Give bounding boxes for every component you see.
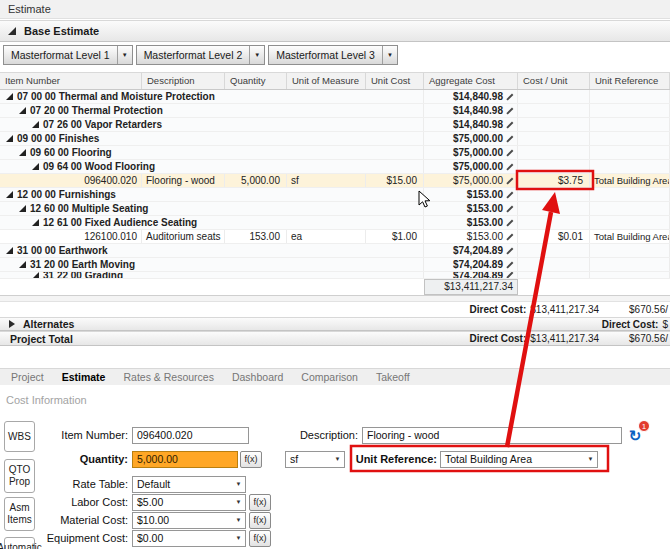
tab-dashboard[interactable]: Dashboard bbox=[223, 369, 292, 385]
group-label-cell: 12 61 00 Fixed Audience Seating bbox=[0, 216, 424, 229]
grid-group-row[interactable]: 12 60 00 Multiple Seating $153.00 bbox=[0, 202, 670, 216]
edit-icon[interactable] bbox=[505, 106, 515, 116]
edit-icon[interactable] bbox=[505, 190, 515, 200]
labor-cost-formula-button[interactable]: f(x) bbox=[249, 494, 271, 511]
edit-icon[interactable] bbox=[505, 204, 515, 214]
masterformat-level-2-label: Masterformat Level 2 bbox=[137, 46, 250, 64]
edit-icon[interactable] bbox=[505, 176, 515, 186]
labor-cost-select[interactable]: $5.00 ▼ bbox=[132, 494, 246, 511]
expander-icon[interactable] bbox=[32, 219, 39, 226]
expander-icon[interactable] bbox=[19, 149, 26, 156]
expander-icon[interactable] bbox=[19, 261, 26, 268]
dropdown-caret-icon[interactable]: ▼ bbox=[331, 452, 344, 467]
dropdown-caret-icon[interactable]: ▼ bbox=[232, 495, 245, 510]
dropdown-caret-icon[interactable]: ▼ bbox=[382, 46, 397, 64]
quantity-field[interactable]: 5,000.00 bbox=[132, 451, 238, 468]
qto-prop-button[interactable]: QTO Prop bbox=[4, 459, 35, 493]
edit-icon[interactable] bbox=[505, 218, 515, 228]
grid-group-row[interactable]: 31 00 00 Earthwork $74,204.89 bbox=[0, 244, 670, 258]
grid-group-row-clipped[interactable]: 31 22 00 Grading $74,204.89 bbox=[0, 272, 670, 279]
edit-icon[interactable] bbox=[505, 272, 515, 278]
dropdown-caret-icon[interactable]: ▼ bbox=[117, 46, 132, 64]
tab-comparison[interactable]: Comparison bbox=[292, 369, 367, 385]
expander-icon[interactable] bbox=[32, 121, 39, 128]
tab-estimate[interactable]: Estimate bbox=[53, 369, 115, 385]
grid-group-row[interactable]: 12 00 00 Furnishings $153.00 bbox=[0, 188, 670, 202]
dropdown-caret-icon[interactable]: ▼ bbox=[584, 452, 597, 467]
edit-icon[interactable] bbox=[505, 120, 515, 130]
equipment-cost-label: Equipment Cost: bbox=[36, 530, 128, 547]
grid-group-row[interactable]: 12 61 00 Fixed Audience Seating $153.00 bbox=[0, 216, 670, 230]
grid-group-row[interactable]: 07 26 00 Vapor Retarders $14,840.98 bbox=[0, 118, 670, 132]
item-number-field[interactable]: 096400.020 bbox=[132, 427, 249, 444]
expander-icon[interactable] bbox=[32, 163, 39, 170]
material-cost-formula-button[interactable]: f(x) bbox=[249, 512, 271, 529]
tab-takeoff[interactable]: Takeoff bbox=[367, 369, 419, 385]
wbs-button[interactable]: WBS bbox=[4, 421, 35, 452]
aggregate-cost-cell: $14,840.98 bbox=[424, 118, 518, 131]
col-header-unit-reference[interactable]: Unit Reference bbox=[590, 73, 670, 89]
grid-group-row[interactable]: 09 60 00 Flooring $75,000.00 bbox=[0, 146, 670, 160]
col-header-unit-cost[interactable]: Unit Cost bbox=[366, 73, 424, 89]
expander-icon[interactable] bbox=[6, 135, 13, 142]
dropdown-caret-icon[interactable]: ▼ bbox=[232, 477, 245, 492]
automatic-pricing-button[interactable]: Automatic Pricing bbox=[4, 537, 35, 549]
tab-rates-resources[interactable]: Rates & Resources bbox=[114, 369, 222, 385]
masterformat-level-1-button[interactable]: Masterformat Level 1 ▼ bbox=[3, 45, 133, 65]
expander-icon[interactable] bbox=[32, 272, 39, 278]
equipment-cost-formula-button[interactable]: f(x) bbox=[249, 530, 271, 547]
edit-icon[interactable] bbox=[505, 246, 515, 256]
pane-splitter[interactable] bbox=[0, 295, 670, 302]
edit-icon[interactable] bbox=[505, 232, 515, 242]
expander-icon[interactable] bbox=[19, 205, 26, 212]
cost-per-unit-cell bbox=[518, 118, 590, 131]
material-cost-select[interactable]: $10.00 ▼ bbox=[132, 512, 246, 529]
description-field[interactable]: Flooring - wood bbox=[362, 427, 622, 444]
dropdown-caret-icon[interactable]: ▼ bbox=[232, 513, 245, 528]
grid-group-row[interactable]: 09 00 00 Finishes $75,000.00 bbox=[0, 132, 670, 146]
col-header-cost-per-unit[interactable]: Cost / Unit bbox=[518, 73, 590, 89]
expander-icon[interactable] bbox=[6, 191, 13, 198]
equipment-cost-select[interactable]: $0.00 ▼ bbox=[132, 530, 246, 547]
grid-item-row-selected[interactable]: 096400.020 Flooring - wood 5,000.00 sf $… bbox=[0, 174, 670, 188]
tab-project[interactable]: Project bbox=[2, 369, 53, 385]
col-header-description[interactable]: Description bbox=[142, 73, 225, 89]
grid-group-row[interactable]: 07 00 00 Thermal and Moisture Protection… bbox=[0, 90, 670, 104]
asm-items-button[interactable]: Asm Items bbox=[4, 497, 35, 531]
edit-icon[interactable] bbox=[505, 260, 515, 270]
col-header-quantity[interactable]: Quantity bbox=[225, 73, 287, 89]
rate-table-select[interactable]: Default ▼ bbox=[132, 476, 246, 493]
quantity-formula-button[interactable]: f(x) bbox=[240, 451, 262, 468]
edit-icon[interactable] bbox=[505, 134, 515, 144]
expander-icon[interactable] bbox=[8, 27, 16, 35]
estimate-document-tab[interactable]: Estimate bbox=[0, 0, 670, 19]
grid-group-row[interactable]: 09 64 00 Wood Flooring $75,000.00 bbox=[0, 160, 670, 174]
unit-reference-select[interactable]: Total Building Area ▼ bbox=[440, 451, 598, 468]
dropdown-caret-icon[interactable]: ▼ bbox=[232, 531, 245, 546]
project-total-section-header[interactable]: Project Total Direct Cost: $13,411,217.3… bbox=[0, 331, 670, 346]
expander-icon[interactable] bbox=[6, 93, 13, 100]
direct-cost-label: Direct Cost: bbox=[602, 319, 659, 330]
direct-cost-value: $ bbox=[662, 319, 668, 330]
description-cell: Flooring - wood bbox=[142, 174, 225, 187]
col-header-unit-of-measure[interactable]: Unit of Measure bbox=[287, 73, 366, 89]
masterformat-level-3-button[interactable]: Masterformat Level 3 ▼ bbox=[268, 45, 398, 65]
base-estimate-section-header[interactable]: Base Estimate bbox=[0, 20, 670, 42]
dropdown-caret-icon[interactable]: ▼ bbox=[249, 46, 264, 64]
grid-item-row[interactable]: 126100.010 Auditorium seats 153.00 ea $1… bbox=[0, 230, 670, 244]
col-header-aggregate-cost[interactable]: Aggregate Cost bbox=[424, 73, 518, 89]
grid-group-row[interactable]: 31 20 00 Earth Moving $74,204.89 bbox=[0, 258, 670, 272]
expander-icon[interactable] bbox=[9, 320, 15, 328]
uom-select[interactable]: sf ▼ bbox=[285, 451, 345, 468]
edit-icon[interactable] bbox=[505, 148, 515, 158]
edit-icon[interactable] bbox=[505, 92, 515, 102]
edit-icon[interactable] bbox=[505, 162, 515, 172]
expander-icon[interactable] bbox=[6, 247, 13, 254]
alternates-section-header[interactable]: Alternates Direct Cost: $ bbox=[0, 317, 670, 331]
unit-reference-label: Unit Reference: bbox=[352, 451, 437, 468]
grid-group-row[interactable]: 07 20 00 Thermal Protection $14,840.98 bbox=[0, 104, 670, 118]
material-cost-label: Material Cost: bbox=[36, 512, 128, 529]
col-header-item-number[interactable]: Item Number bbox=[0, 73, 142, 89]
masterformat-level-2-button[interactable]: Masterformat Level 2 ▼ bbox=[136, 45, 266, 65]
expander-icon[interactable] bbox=[19, 107, 26, 114]
